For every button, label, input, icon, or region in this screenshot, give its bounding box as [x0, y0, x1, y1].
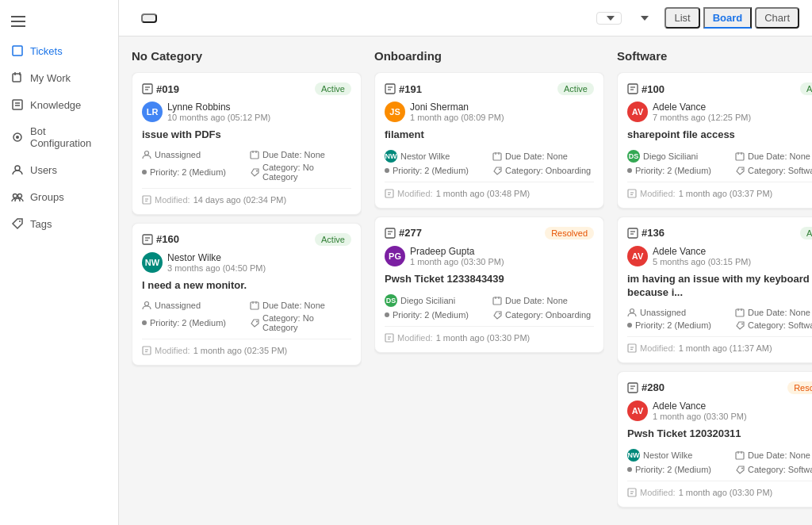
ticket-card[interactable]: #019 Active LR Lynne Robbins 10 months a… [132, 72, 362, 215]
add-ticket-button[interactable] [141, 13, 157, 23]
svg-rect-27 [143, 235, 152, 244]
column-cards-software: #100 Active AV Adele Vance 7 months ago … [617, 72, 812, 512]
assignee-avatar: NW [385, 150, 397, 163]
category-field: Category: No Category [250, 313, 351, 332]
assignee-avatar: DS [385, 294, 397, 307]
modified-time: 1 month ago (03:48 PM) [436, 189, 530, 198]
list-view-button[interactable]: List [665, 7, 699, 29]
sidebar-item-label: Users [30, 164, 57, 176]
my-work-icon [11, 71, 24, 84]
svg-point-30 [145, 301, 149, 305]
svg-rect-7 [13, 100, 22, 109]
assigned-field: NW Nestor Wilke [385, 150, 486, 163]
status-badge: Active [557, 82, 594, 95]
assigned-field: Unassigned [142, 150, 243, 159]
ticket-card[interactable]: #136 Active AV Adele Vance 5 months ago … [617, 217, 812, 363]
card-header: #136 Active [627, 227, 812, 240]
creator-avatar: AV [627, 400, 648, 421]
tag-icon [735, 320, 745, 330]
assigned-field: Unassigned [142, 301, 243, 310]
svg-rect-79 [628, 383, 638, 393]
due-date-field: Due Date: None [735, 150, 812, 163]
priority-dot [385, 168, 389, 173]
column-cards-onboarding: #191 Active JS Joni Sherman 1 month ago … [374, 72, 604, 359]
category-field: Category: Software [735, 465, 812, 474]
ticket-card[interactable]: #280 Resolved AV Adele Vance 1 month ago… [617, 371, 812, 508]
groups-icon [11, 190, 24, 203]
modified-label: Modified: [155, 346, 190, 355]
sidebar-item-label: Tickets [30, 45, 63, 57]
svg-rect-1 [11, 21, 25, 22]
users-icon [11, 163, 24, 176]
ticket-icon [627, 83, 638, 94]
modified-icon [385, 333, 394, 343]
modified-label: Modified: [640, 189, 676, 198]
tag-icon [735, 465, 745, 474]
tag-icon [492, 310, 502, 320]
sidebar-item-my-work[interactable]: My Work [0, 64, 118, 91]
ticket-card[interactable]: #191 Active JS Joni Sherman 1 month ago … [374, 72, 604, 209]
assigned-field: DS Diego Siciliani [627, 150, 729, 163]
ticket-card[interactable]: #277 Resolved PG Pradeep Gupta 1 month a… [374, 217, 604, 353]
card-creator: JS Joni Sherman 1 month ago (08:09 PM) [385, 102, 594, 122]
creator-name: Adele Vance [653, 400, 747, 412]
creator-avatar: LR [142, 102, 163, 122]
chevron-down-icon [607, 16, 615, 21]
ticket-number: #136 [642, 227, 665, 239]
sidebar-item-bot-config[interactable]: Bot Configuration [0, 118, 118, 156]
creator-time: 3 months ago (04:50 PM) [167, 263, 266, 273]
svg-rect-51 [493, 297, 501, 305]
modified-time: 14 days ago (02:34 PM) [193, 195, 286, 205]
sidebar-item-knowledge[interactable]: Knowledge [0, 91, 118, 118]
svg-point-19 [145, 151, 149, 155]
priority-dot [627, 168, 632, 173]
filter-dropdown[interactable] [596, 12, 622, 25]
svg-rect-38 [385, 84, 395, 94]
creator-time: 7 months ago (12:25 PM) [653, 113, 751, 122]
creator-time: 1 month ago (08:09 PM) [410, 113, 504, 122]
svg-rect-24 [143, 196, 151, 204]
ticket-number: #277 [399, 227, 422, 239]
creator-avatar: NW [142, 252, 163, 273]
due-date-field: Due Date: None [492, 294, 594, 307]
sidebar-item-users[interactable]: Users [0, 156, 118, 183]
tags-icon [11, 217, 24, 230]
ticket-card[interactable]: #100 Active AV Adele Vance 7 months ago … [617, 72, 812, 209]
ticket-card[interactable]: #160 Active NW Nestor Wilke 3 months ago… [132, 223, 362, 366]
ticket-icon [627, 382, 638, 393]
group-by-dropdown[interactable] [631, 13, 655, 24]
status-badge: Active [315, 82, 351, 95]
sidebar-item-tags[interactable]: Tags [0, 210, 118, 237]
svg-point-71 [630, 308, 634, 312]
column-header-no-category: No Category [132, 49, 362, 72]
column-cards-no-category: #019 Active LR Lynne Robbins 10 months a… [132, 72, 362, 372]
column-onboarding: Onboarding #191 Active JS Joni Sherman 1… [374, 49, 604, 512]
svg-point-13 [13, 194, 17, 198]
svg-rect-82 [736, 452, 744, 459]
card-meta: Unassigned Due Date: None Priority: 2 (M… [142, 301, 351, 332]
priority-dot [142, 320, 147, 325]
ticket-icon [142, 234, 153, 245]
chart-view-button[interactable]: Chart [755, 7, 799, 29]
hamburger-icon[interactable] [0, 8, 118, 37]
board-view-button[interactable]: Board [703, 7, 753, 29]
sidebar-item-groups[interactable]: Groups [0, 183, 118, 210]
card-meta: Unassigned Due Date: None Priority: 2 (M… [142, 150, 351, 182]
card-title: I need a new monitor. [142, 279, 351, 293]
priority-field: Priority: 2 (Medium) [627, 166, 729, 175]
assignee-avatar: NW [627, 449, 640, 462]
creator-time: 10 months ago (05:12 PM) [167, 113, 270, 122]
card-title: Pwsh Ticket 1233843439 [385, 273, 594, 286]
sidebar-item-tickets[interactable]: Tickets [0, 37, 118, 64]
due-date-field: Due Date: None [735, 449, 812, 462]
svg-rect-3 [13, 46, 22, 56]
category-field: Category: Software [735, 166, 812, 175]
calendar-icon [735, 308, 745, 317]
priority-field: Priority: 2 (Medium) [627, 465, 729, 474]
card-meta: DS Diego Siciliani Due Date: None Priori… [385, 294, 594, 320]
card-id: #019 [142, 83, 179, 95]
svg-rect-72 [736, 309, 744, 316]
svg-rect-45 [385, 190, 393, 197]
creator-time: 1 month ago (03:30 PM) [653, 412, 747, 421]
modified-label: Modified: [155, 195, 190, 205]
